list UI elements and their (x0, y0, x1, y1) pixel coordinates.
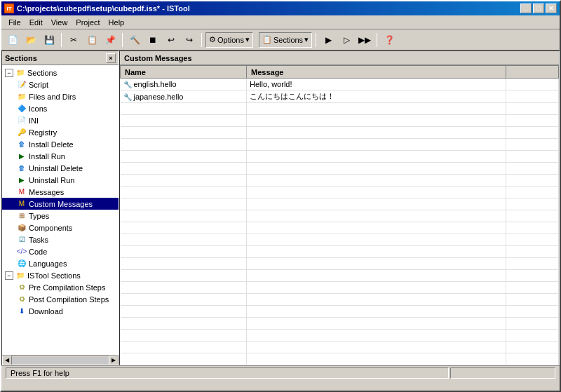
ini-icon: 📄 (16, 115, 27, 126)
sidebar-item-languages[interactable]: 🌐 Languages (2, 257, 119, 269)
files-icon: 📁 (16, 91, 27, 102)
install-delete-label: Install Delete (29, 140, 74, 149)
minimize-button[interactable]: _ (520, 4, 532, 13)
open-button[interactable]: 📂 (22, 32, 39, 48)
stop-button[interactable]: ⏹ (144, 32, 161, 48)
sidebar-item-code[interactable]: </> Code (2, 245, 119, 257)
new-button[interactable]: 📄 (4, 32, 21, 48)
table-row-empty (121, 342, 559, 353)
messages-icon: M (16, 187, 27, 198)
icons-label: Icons (29, 104, 47, 113)
col-message-header: Message (247, 66, 506, 79)
menu-file[interactable]: File (4, 17, 25, 28)
status-text-panel: Press F1 for help (6, 367, 449, 379)
table-row-empty (121, 139, 559, 151)
status-right-panel (450, 367, 555, 379)
sidebar-item-post-compilation[interactable]: ⚙ Post Compilation Steps (2, 293, 119, 305)
col-name-header: Name (121, 66, 247, 79)
sidebar-item-uninstall-delete[interactable]: 🗑 Uninstall Delete (2, 162, 119, 174)
close-button[interactable]: ✕ (546, 4, 557, 13)
sidebar-item-script[interactable]: 📝 Script (2, 79, 119, 90)
run-button[interactable]: ▶ (320, 32, 337, 48)
table-row-empty (121, 151, 559, 163)
sidebar-item-custom-messages[interactable]: M Custom Messages (2, 198, 119, 210)
sidebar-item-sections-group[interactable]: − 📁 Sections (2, 67, 119, 79)
sidebar-item-install-delete[interactable]: 🗑 Install Delete (2, 138, 119, 150)
sidebar-item-components[interactable]: 📦 Components (2, 222, 119, 234)
cut-button[interactable]: ✂ (65, 32, 82, 48)
istool-expander[interactable]: − (5, 271, 13, 280)
sections-dropdown[interactable]: 📋 Sections ▾ (259, 32, 312, 48)
scroll-left-button[interactable]: ◀ (2, 356, 12, 365)
play-button[interactable]: ▶▶ (356, 32, 373, 48)
copy-button[interactable]: 📋 (83, 32, 100, 48)
redo-button[interactable]: ↪ (181, 32, 198, 48)
install-run-icon: ▶ (16, 151, 27, 162)
folder-icon: 📁 (15, 67, 26, 79)
sidebar-item-istool-group[interactable]: − 📁 ISTool Sections (2, 269, 119, 281)
custom-messages-label: Custom Messages (29, 200, 93, 208)
table-row[interactable]: 🔧japanese.hello こんにちはこんにちは！ (121, 90, 559, 103)
code-icon: </> (16, 246, 27, 257)
tasks-label: Tasks (29, 236, 48, 244)
table-row-empty (121, 198, 559, 210)
install-run-label: Install Run (29, 152, 65, 161)
title-bar: IT C:\projects\cubepdf\setup\cubepdf.iss… (1, 1, 560, 15)
sidebar-close-button[interactable]: × (106, 53, 116, 63)
sidebar-item-types[interactable]: ⊞ Types (2, 210, 119, 222)
table-row-empty (121, 282, 559, 294)
window-title: C:\projects\cubepdf\setup\cubepdf.iss* -… (17, 4, 190, 13)
sidebar-item-registry[interactable]: 🔑 Registry (2, 126, 119, 138)
table-row[interactable]: 🔧english.hello Hello, world! (121, 79, 559, 90)
sidebar-item-install-run[interactable]: ▶ Install Run (2, 150, 119, 162)
table-row-empty (121, 163, 559, 175)
scroll-track[interactable] (12, 357, 109, 364)
content-panel: Custom Messages Name Message 🔧english.he… (119, 50, 560, 365)
table-row-empty (121, 103, 559, 115)
content-table-area[interactable]: Name Message 🔧english.hello Hello, world… (120, 65, 559, 365)
menu-help[interactable]: Help (104, 17, 129, 28)
table-row-empty (121, 353, 559, 365)
main-window: IT C:\projects\cubepdf\setup\cubepdf.iss… (0, 0, 561, 392)
sidebar-tree[interactable]: − 📁 Sections 📝 Script 📁 Files and Dirs (2, 65, 119, 355)
sidebar-item-pre-compilation[interactable]: ⚙ Pre Compilation Steps (2, 281, 119, 293)
paste-button[interactable]: 📌 (102, 32, 119, 48)
sidebar-item-tasks[interactable]: ☑ Tasks (2, 234, 119, 245)
options-icon: ⚙ (209, 35, 216, 44)
compile-button[interactable]: 🔨 (126, 32, 143, 48)
menu-edit[interactable]: Edit (25, 17, 47, 28)
sidebar-item-uninstall-run[interactable]: ▶ Uninstall Run (2, 174, 119, 186)
sidebar-item-icons[interactable]: 🔷 Icons (2, 102, 119, 114)
table-row-empty (121, 210, 559, 222)
help-button[interactable]: ❓ (381, 32, 398, 48)
sidebar-item-download[interactable]: ⬇ Download (2, 305, 119, 317)
undo-button[interactable]: ↩ (163, 32, 180, 48)
sidebar-item-files-and-dirs[interactable]: 📁 Files and Dirs (2, 90, 119, 102)
table-row-empty (121, 270, 559, 282)
ini-label: INI (29, 116, 39, 125)
script-icon: 📝 (16, 79, 27, 90)
languages-label: Languages (29, 259, 67, 268)
table-row-empty (121, 115, 559, 127)
scroll-right-button[interactable]: ▶ (109, 356, 119, 365)
sections-expander[interactable]: − (5, 69, 13, 77)
table-row-empty (121, 330, 559, 342)
sidebar-h-scrollbar[interactable]: ◀ ▶ (2, 355, 119, 365)
components-label: Components (29, 224, 72, 232)
download-label: Download (29, 307, 63, 316)
code-label: Code (29, 248, 47, 256)
status-text: Press F1 for help (11, 369, 69, 377)
save-button[interactable]: 💾 (41, 32, 58, 48)
options-dropdown[interactable]: ⚙ Options ▾ (205, 32, 253, 48)
cell-extra (506, 90, 559, 103)
types-label: Types (29, 212, 49, 220)
table-row-empty (121, 222, 559, 234)
status-bar: Press F1 for help (1, 365, 560, 379)
maximize-button[interactable]: □ (533, 4, 544, 13)
debug-button[interactable]: ▷ (338, 32, 355, 48)
sidebar-item-messages[interactable]: M Messages (2, 186, 119, 198)
script-label: Script (29, 81, 48, 89)
sidebar-item-ini[interactable]: 📄 INI (2, 114, 119, 126)
menu-view[interactable]: View (47, 17, 72, 28)
menu-project[interactable]: Project (72, 17, 104, 28)
